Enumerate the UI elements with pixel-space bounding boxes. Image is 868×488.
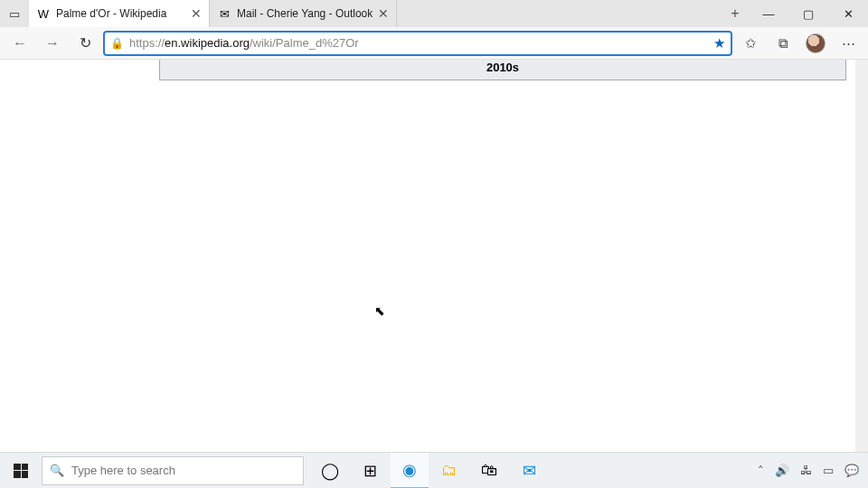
titlebar: ▭ WPalme d'Or - Wikipedia✕✉Mail - Cherie… xyxy=(0,0,868,27)
taskbar: 🔍 Type here to search ◯ ⊞ ◉ 🗂 🛍 ✉ ˄ 🔊 🖧 … xyxy=(0,452,868,488)
browser-tab[interactable]: ✉Mail - Cherie Yang - Outlook✕ xyxy=(210,0,397,27)
decade-header: 2010s xyxy=(160,60,846,80)
system-tray: ˄ 🔊 🖧 ▭ 💬 xyxy=(758,464,868,477)
close-window-button[interactable]: ✕ xyxy=(828,0,868,27)
more-menu-icon[interactable]: ⋯ xyxy=(834,30,863,57)
tab-label: Palme d'Or - Wikipedia xyxy=(56,7,185,20)
search-placeholder: Type here to search xyxy=(71,464,175,477)
task-view-icon[interactable]: ⊞ xyxy=(351,453,389,489)
edge-icon[interactable]: ◉ xyxy=(391,453,429,489)
window-controls: — ▢ ✕ xyxy=(749,0,868,27)
tab-favicon: ✉ xyxy=(217,6,231,21)
favorite-icon[interactable]: ★ xyxy=(713,35,725,52)
search-icon: 🔍 xyxy=(50,464,64,477)
taskbar-search[interactable]: 🔍 Type here to search xyxy=(42,456,304,485)
volume-icon[interactable]: 🔊 xyxy=(775,464,789,477)
start-button[interactable] xyxy=(0,464,42,478)
page-content: 2010s ⬉ xyxy=(0,60,855,452)
new-tab-button[interactable]: + xyxy=(722,0,749,27)
explorer-icon[interactable]: 🗂 xyxy=(430,453,468,489)
awards-table: 2010s xyxy=(159,60,846,80)
back-button[interactable]: ← xyxy=(5,30,34,57)
network-icon[interactable]: 🖧 xyxy=(800,464,812,477)
cortana-icon[interactable]: ◯ xyxy=(311,453,349,489)
profile-avatar[interactable] xyxy=(801,30,830,57)
minimize-button[interactable]: — xyxy=(749,0,788,27)
forward-button: → xyxy=(38,30,67,57)
favorites-bar-icon[interactable]: ✩ xyxy=(736,30,765,57)
address-bar[interactable]: 🔒 https://en.wikipedia.org/wiki/Palme_d%… xyxy=(103,31,732,56)
tab-strip: WPalme d'Or - Wikipedia✕✉Mail - Cherie Y… xyxy=(29,0,722,27)
tab-favicon: W xyxy=(36,6,51,21)
browser-tab[interactable]: WPalme d'Or - Wikipedia✕ xyxy=(29,0,210,27)
tab-close-icon[interactable]: ✕ xyxy=(191,6,202,21)
tab-label: Mail - Cherie Yang - Outlook xyxy=(237,7,373,20)
url-text: https://en.wikipedia.org/wiki/Palme_d%27… xyxy=(129,36,708,50)
tray-chevron-icon[interactable]: ˄ xyxy=(758,464,764,477)
vertical-scrollbar[interactable] xyxy=(855,60,868,452)
toolbar: ← → ↻ 🔒 https://en.wikipedia.org/wiki/Pa… xyxy=(0,27,868,60)
maximize-button[interactable]: ▢ xyxy=(788,0,828,27)
mail-icon[interactable]: ✉ xyxy=(510,453,548,489)
tab-close-icon[interactable]: ✕ xyxy=(378,6,389,21)
store-icon[interactable]: 🛍 xyxy=(470,453,508,489)
mouse-cursor: ⬉ xyxy=(374,304,385,318)
ime-icon[interactable]: ▭ xyxy=(823,464,834,477)
tab-actions-icon[interactable]: ▭ xyxy=(0,0,29,27)
refresh-button[interactable]: ↻ xyxy=(71,30,99,57)
windows-logo-icon xyxy=(14,464,28,478)
lock-icon: 🔒 xyxy=(110,37,124,50)
notifications-icon[interactable]: 💬 xyxy=(844,464,859,477)
collections-icon[interactable]: ⧉ xyxy=(769,30,797,57)
